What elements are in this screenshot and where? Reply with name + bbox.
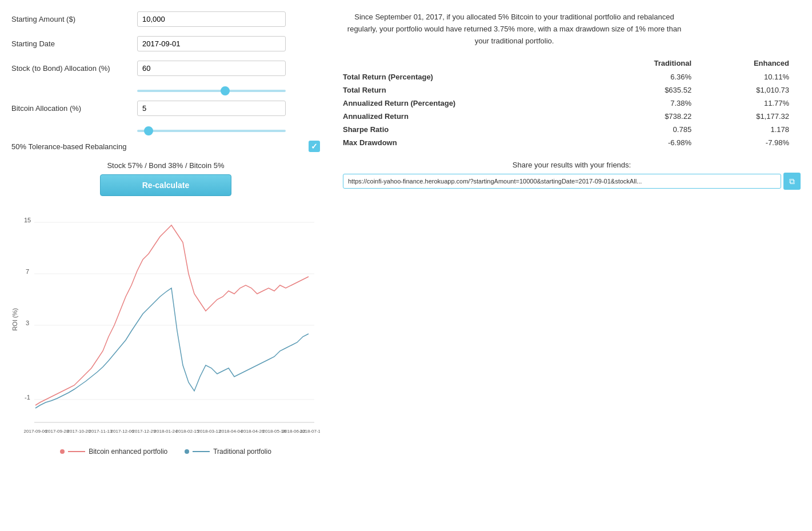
row-enhanced: 10.11% xyxy=(703,70,801,83)
bitcoin-legend-item: Bitcoin enhanced portfolio xyxy=(60,448,167,456)
share-input-row: ⧉ xyxy=(343,173,801,190)
portfolio-chart: 15 7 3 -1 ROI (%) 2017-09-06 xyxy=(11,205,320,445)
bitcoin-legend-line xyxy=(68,451,85,452)
svg-text:2017-09-06: 2017-09-06 xyxy=(24,429,47,434)
recalculate-button[interactable]: Re-calculate xyxy=(100,174,231,196)
row-label: Max Drawdown xyxy=(343,136,601,149)
row-enhanced: $1,177.32 xyxy=(703,110,801,123)
traditional-legend-item: Traditional portfolio xyxy=(185,448,271,456)
row-label: Sharpe Ratio xyxy=(343,123,601,136)
svg-text:-1: -1 xyxy=(25,394,30,401)
col-header-label xyxy=(343,56,601,70)
bitcoin-legend-dot xyxy=(60,449,65,454)
bitcoin-legend-label: Bitcoin enhanced portfolio xyxy=(89,448,167,456)
stock-bond-slider[interactable] xyxy=(137,90,286,92)
starting-amount-row: Starting Amount ($) xyxy=(11,11,320,27)
row-enhanced: $1,010.73 xyxy=(703,83,801,97)
svg-text:2017-12-29: 2017-12-29 xyxy=(133,429,156,434)
svg-text:15: 15 xyxy=(24,217,31,223)
svg-text:7: 7 xyxy=(26,268,29,275)
svg-text:2018-04-26: 2018-04-26 xyxy=(241,429,265,434)
svg-text:2018-03-12: 2018-03-12 xyxy=(198,429,221,434)
traditional-legend-label: Traditional portfolio xyxy=(213,448,271,456)
share-label: Share your results with your friends: xyxy=(343,161,801,169)
svg-text:3: 3 xyxy=(26,320,29,326)
stock-bond-row: Stock (to Bond) Allocation (%) xyxy=(11,61,320,76)
results-table-header-row: Traditional Enhanced xyxy=(343,56,801,70)
row-label: Annualized Return xyxy=(343,110,601,123)
bitcoin-allocation-input[interactable] xyxy=(137,101,286,116)
stock-bond-label: Stock (to Bond) Allocation (%) xyxy=(11,64,137,73)
stock-bond-slider-row xyxy=(11,85,320,94)
svg-text:2017-11-13: 2017-11-13 xyxy=(89,429,113,434)
bitcoin-allocation-row: Bitcoin Allocation (%) xyxy=(11,101,320,116)
right-panel: Since September 01, 2017, if you allocat… xyxy=(343,11,801,456)
share-url-input[interactable] xyxy=(343,174,781,189)
starting-amount-input[interactable] xyxy=(137,11,286,27)
bitcoin-allocation-label: Bitcoin Allocation (%) xyxy=(11,104,137,113)
svg-text:2018-02-15: 2018-02-15 xyxy=(176,429,199,434)
copy-button[interactable]: ⧉ xyxy=(783,173,801,190)
row-traditional: -6.98% xyxy=(601,136,703,149)
allocation-text: Stock 57% / Bond 38% / Bitcoin 5% xyxy=(11,161,320,170)
col-header-traditional: Traditional xyxy=(601,56,703,70)
starting-date-label: Starting Date xyxy=(11,39,137,48)
share-section: Share your results with your friends: ⧉ xyxy=(343,161,801,190)
row-enhanced: -7.98% xyxy=(703,136,801,149)
svg-text:2017-10-20: 2017-10-20 xyxy=(67,429,91,434)
row-traditional: $738.22 xyxy=(601,110,703,123)
row-enhanced: 1.178 xyxy=(703,123,801,136)
table-row: Max Drawdown -6.98% -7.98% xyxy=(343,136,801,149)
summary-text: Since September 01, 2017, if you allocat… xyxy=(343,11,686,47)
left-panel: Starting Amount ($) Starting Date Stock … xyxy=(11,11,320,456)
table-row: Total Return (Percentage) 6.36% 10.11% xyxy=(343,70,801,83)
row-label: Annualized Return (Percentage) xyxy=(343,97,601,110)
chart-legend: Bitcoin enhanced portfolio Traditional p… xyxy=(11,448,320,456)
traditional-legend-dot xyxy=(185,449,189,454)
col-header-enhanced: Enhanced xyxy=(703,56,801,70)
results-table: Traditional Enhanced Total Return (Perce… xyxy=(343,56,801,149)
svg-text:ROI (%): ROI (%) xyxy=(11,308,18,331)
svg-text:2017-09-28: 2017-09-28 xyxy=(46,429,69,434)
rebalancing-label: 50% Tolerance-based Rebalancing xyxy=(11,142,309,151)
svg-text:2018-01-24: 2018-01-24 xyxy=(154,429,178,434)
table-row: Sharpe Ratio 0.785 1.178 xyxy=(343,123,801,136)
stock-bond-input[interactable] xyxy=(137,61,286,76)
row-enhanced: 11.77% xyxy=(703,97,801,110)
starting-date-input[interactable] xyxy=(137,36,286,51)
starting-amount-label: Starting Amount ($) xyxy=(11,15,137,23)
rebalancing-row: 50% Tolerance-based Rebalancing xyxy=(11,141,320,152)
traditional-portfolio-line xyxy=(35,288,309,408)
row-traditional: 7.38% xyxy=(601,97,703,110)
table-row: Total Return $635.52 $1,010.73 xyxy=(343,83,801,97)
table-row: Annualized Return $738.22 $1,177.32 xyxy=(343,110,801,123)
row-traditional: 6.36% xyxy=(601,70,703,83)
traditional-legend-line xyxy=(193,451,210,452)
rebalancing-checkbox[interactable] xyxy=(309,141,320,152)
bitcoin-slider[interactable] xyxy=(137,130,286,132)
starting-date-row: Starting Date xyxy=(11,36,320,51)
chart-container: 15 7 3 -1 ROI (%) 2017-09-06 xyxy=(11,205,320,445)
results-table-body: Total Return (Percentage) 6.36% 10.11% T… xyxy=(343,70,801,149)
table-row: Annualized Return (Percentage) 7.38% 11.… xyxy=(343,97,801,110)
svg-text:2018-07-13: 2018-07-13 xyxy=(300,429,320,434)
row-label: Total Return xyxy=(343,83,601,97)
bitcoin-slider-row xyxy=(11,125,320,134)
row-label: Total Return (Percentage) xyxy=(343,70,601,83)
svg-text:2017-12-06: 2017-12-06 xyxy=(111,429,134,434)
row-traditional: 0.785 xyxy=(601,123,703,136)
bitcoin-portfolio-line xyxy=(35,225,309,405)
row-traditional: $635.52 xyxy=(601,83,703,97)
svg-text:2018-04-04: 2018-04-04 xyxy=(219,429,243,434)
